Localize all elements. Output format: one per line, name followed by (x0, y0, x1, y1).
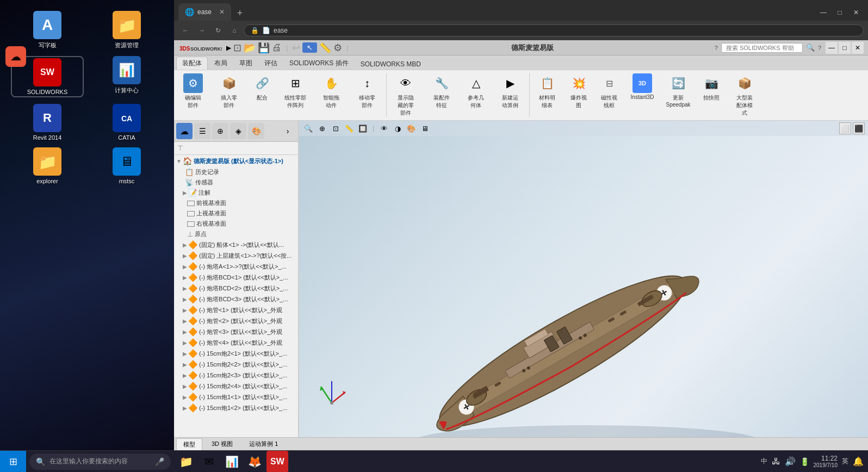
tree-item-origin[interactable]: ⊥ 原点 (174, 229, 298, 239)
sw-min-btn[interactable]: — (826, 42, 838, 54)
sw-panel-tab-display[interactable]: 🎨 (248, 123, 264, 139)
sw-tab-mbd[interactable]: SOLIDWORKS MBD (355, 59, 426, 70)
sw-btn-assembly-feature[interactable]: 🔧 装配件特征 (425, 72, 458, 110)
vp-color-icon[interactable]: 🎨 (405, 122, 417, 134)
tree-item-comp-7[interactable]: ▶🔶(-) 炮管<2> (默认<<默认>_外观 (174, 315, 298, 326)
tree-item-comp-10[interactable]: ▶🔶(-) 15cm炮2<1> (默认<<默认>_... (174, 348, 298, 359)
sw-btn-new-motion[interactable]: ▶ 新建运动算例 (493, 72, 527, 110)
close-button[interactable]: ✕ (848, 7, 864, 18)
desktop-icon-mstsc[interactable]: 🖥 mstsc (90, 147, 163, 184)
vp-single-view[interactable]: ⬜ (839, 122, 851, 134)
browser-tab-close[interactable]: ✕ (219, 8, 225, 16)
tree-item-comp-6[interactable]: ▶🔶(-) 炮管<1> (默认<<默认>_外观 (174, 305, 298, 315)
sw-tab-sketch[interactable]: 草图 (234, 57, 258, 70)
sw-new-icon[interactable]: ⊡ (233, 42, 241, 54)
vp-display-icon[interactable]: 🔲 (357, 122, 369, 134)
tree-item-front-plane[interactable]: 前视基准面 (174, 198, 298, 208)
sw-search-input[interactable] (721, 43, 803, 53)
minimize-button[interactable]: — (816, 7, 831, 18)
sw-panel-tab-config[interactable]: ◈ (230, 123, 246, 139)
tree-item-right-plane[interactable]: 右视基准面 (174, 219, 298, 229)
vp-search-icon[interactable]: 🔍 (302, 122, 314, 134)
sw-btn-snapshot[interactable]: 📷 拍快照 (697, 72, 726, 103)
vp-measure-icon[interactable]: 📏 (343, 122, 355, 134)
desktop-icon-explorer[interactable]: 📁 explorer (11, 147, 84, 184)
sw-tab-evaluate[interactable]: 评估 (259, 57, 283, 70)
sw-print-icon[interactable]: 🖨 (272, 42, 282, 53)
vp-filter-icon[interactable]: ⊡ (330, 122, 342, 134)
desktop-icon-calc[interactable]: 📊 计算中心 (90, 56, 163, 97)
url-bar[interactable]: 🔒 📄 ease (244, 24, 864, 36)
sw-btn-magnetic[interactable]: ⊟ 磁性视线框 (595, 72, 623, 110)
sw-btn-show-hide[interactable]: 👁 显示隐藏的零部件 (389, 72, 423, 118)
vp-shading-icon[interactable]: ◑ (392, 122, 404, 134)
tree-item-root[interactable]: ▼ 🏠 德斯麦篮易版 (默认<显示状态-1>) (174, 155, 298, 167)
tray-notifications[interactable]: 🔔 (853, 456, 864, 467)
sw-btn-mate[interactable]: 🔗 配合 (248, 72, 276, 103)
browser-tab-active[interactable]: 🌐 ease ✕ (178, 3, 231, 21)
sw-btn-edit-component[interactable]: ⚙ 确编辑部件 (176, 72, 210, 110)
taskbar-app-ppt[interactable]: 📊 (221, 451, 243, 473)
refresh-button[interactable]: ↻ (211, 23, 225, 38)
sw-menu-arrow[interactable]: ▶ (226, 44, 231, 52)
sw-panel-tab-property[interactable]: ⊕ (212, 123, 228, 139)
taskbar-search[interactable]: 🔍 在这里输入你要搜索的内容 🎤 (29, 454, 171, 470)
sw-feature-tree[interactable]: ▼ 🏠 德斯麦篮易版 (默认<显示状态-1>) 📋 历史记录 📡 传感器 (174, 155, 298, 437)
sw-panel-tab-tree[interactable]: ☰ (194, 123, 210, 139)
vp-select-icon[interactable]: ⊕ (316, 122, 328, 134)
sw-btn-bom[interactable]: 📋 材料明细表 (532, 72, 562, 110)
sw-bottom-tab-model[interactable]: 模型 (176, 438, 202, 450)
tree-item-comp-0[interactable]: ▶🔶(固定) 船体<1> ->(默认<<默认... (174, 239, 298, 250)
home-button[interactable]: ⌂ (227, 23, 241, 38)
sw-btn-speedpak[interactable]: 🔄 更新Speedpak (661, 72, 695, 109)
tree-item-comp-4[interactable]: ▶🔶(-) 炮塔BCD<2> (默认<<默认>_... (174, 283, 298, 294)
tree-item-comp-3[interactable]: ▶🔶(-) 炮塔BCD<1> (默认<<默认>_... (174, 272, 298, 283)
tree-item-annotations[interactable]: ▶ 📝 注解 (174, 188, 298, 198)
tree-item-comp-13[interactable]: ▶🔶(-) 15cm炮2<4> (默认<<默认>_... (174, 381, 298, 392)
tree-item-sensors[interactable]: 📡 传感器 (174, 177, 298, 188)
cloud-icon[interactable]: ☁ (5, 46, 26, 67)
sw-cursor-tool[interactable]: ↖ (302, 42, 317, 53)
tray-clock[interactable]: 11:22 2019/7/10 (814, 455, 838, 468)
tree-item-comp-11[interactable]: ▶🔶(-) 15cm炮2<2> (默认<<默认>_... (174, 359, 298, 370)
tree-item-comp-15[interactable]: ▶🔶(-) 15cm炮1<2> (默认<<默认>_... (174, 402, 298, 413)
taskbar-app-sw[interactable]: SW (266, 451, 288, 473)
sw-btn-ref-geo[interactable]: △ 参考几何体 (461, 72, 491, 110)
vp-view-icon[interactable]: 👁 (378, 122, 390, 134)
taskbar-app-firefox[interactable]: 🦊 (244, 451, 265, 473)
sw-btn-instant3d[interactable]: 3D Instant3D (625, 72, 659, 101)
start-button[interactable]: ⊞ (0, 451, 26, 473)
sw-viewport[interactable]: 🔍 ⊕ ⊡ 📏 🔲 | 👁 ◑ 🎨 🖥 ⬜ ⬛ (299, 121, 868, 437)
sw-btn-smart-move[interactable]: ✋ 智能拖动件 (314, 72, 348, 110)
taskbar-mic-icon[interactable]: 🎤 (155, 457, 164, 466)
sw-tab-assembly[interactable]: 装配体 (176, 57, 208, 70)
tree-item-comp-2[interactable]: ▶🔶(-) 炮塔A<1>->?(默认<<默认>_... (174, 261, 298, 272)
forward-button[interactable]: → (195, 23, 209, 38)
maximize-button[interactable]: □ (832, 7, 847, 18)
tree-item-top-plane[interactable]: 上视基准面 (174, 208, 298, 219)
sw-btn-move[interactable]: ↕ 移动零部件 (350, 72, 384, 110)
tree-item-comp-1[interactable]: ▶🔶(固定) 上层建筑<1>->?(默认<<按... (174, 250, 298, 261)
tree-item-comp-14[interactable]: ▶🔶(-) 15cm炮1<1> (默认<<默认>_... (174, 392, 298, 402)
sw-save-icon[interactable]: 💾 (258, 42, 270, 54)
taskbar-app-mail[interactable]: ✉ (198, 451, 220, 473)
tree-item-history[interactable]: 📋 历史记录 (174, 167, 298, 177)
tree-item-comp-9[interactable]: ▶🔶(-) 炮管<4> (默认<<默认>_外观 (174, 337, 298, 348)
tree-item-comp-5[interactable]: ▶🔶(-) 炮塔BCD<3> (默认<<默认>_... (174, 294, 298, 305)
sw-tab-layout[interactable]: 布局 (209, 57, 233, 70)
sw-max-btn[interactable]: □ (839, 42, 851, 54)
desktop-icon-notepad[interactable]: A 写字板 (11, 11, 84, 49)
sw-open-icon[interactable]: 📂 (244, 42, 256, 54)
sw-btn-large-assembly[interactable]: 📦 大型装配体模式 (728, 72, 761, 118)
sw-btn-pattern[interactable]: ⊞ 线性零部件阵列 (278, 72, 312, 110)
sw-help-question[interactable]: ? (818, 45, 821, 51)
back-button[interactable]: ← (178, 23, 193, 38)
sw-undo-icon[interactable]: ↩ (292, 42, 300, 54)
desktop-icon-files[interactable]: 📁 资源管理 (90, 11, 163, 49)
taskbar-app-files[interactable]: 📁 (175, 451, 197, 473)
desktop-icon-catia[interactable]: CA CATIA (90, 104, 163, 141)
vp-display2-icon[interactable]: 🖥 (419, 122, 431, 134)
sw-btn-explode[interactable]: 💥 爆炸视图 (565, 72, 593, 110)
sw-tab-plugins[interactable]: SOLIDWORKS 插件 (284, 57, 354, 70)
sw-panel-expand[interactable]: › (280, 123, 296, 139)
